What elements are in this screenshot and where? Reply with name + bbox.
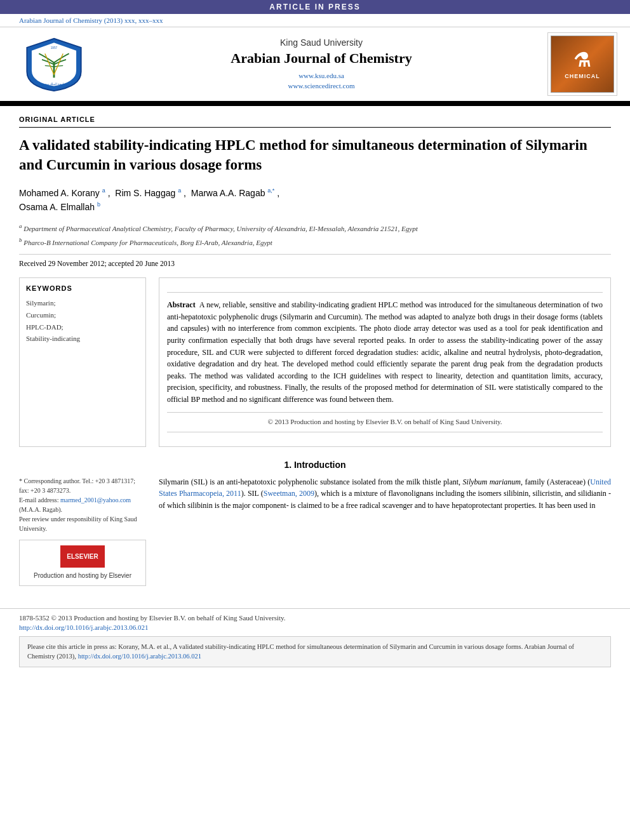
doi-line[interactable]: http://dx.doi.org/10.1016/j.arabjc.2013.…: [19, 623, 611, 631]
article-type: ORIGINAL ARTICLE: [19, 116, 611, 128]
author-1-sup: a: [102, 187, 105, 194]
bottom-bar: 1878-5352 © 2013 Production and hosting …: [0, 608, 630, 636]
chemical-label: CHEMICAL: [565, 73, 600, 79]
intro-two-col: * Corresponding author. Tel.: +20 3 4871…: [19, 476, 611, 586]
journal-title: Arabian Journal of Chemistry: [95, 50, 547, 67]
elsevier-text: Production and hosting by Elsevier: [34, 571, 131, 580]
abstract-label: Abstract: [167, 300, 196, 309]
abstract-bottom-rule: [167, 432, 603, 432]
keyword-1: Silymarin;: [26, 297, 139, 309]
author-4: Osama A. Elmallah: [19, 202, 95, 212]
intro-text: Silymarin (SIL) is an anti-hepatotoxic p…: [159, 476, 611, 512]
author-4-sup: b: [97, 202, 100, 208]
keyword-4: Stability-indicating: [26, 333, 139, 345]
elsevier-box: ELSEVIER Production and hosting by Elsev…: [19, 540, 146, 586]
abstract-box: Abstract A new, reliable, sensitive and …: [159, 277, 611, 446]
journal-header: جامعة الملك سعود 1957 King Saud Universi…: [0, 27, 630, 103]
journal-citation: Arabian Journal of Chemistry (2013) xxx,…: [0, 14, 630, 27]
received-dates: Received 29 November 2012; accepted 20 J…: [19, 254, 611, 267]
abstract-content: Abstract A new, reliable, sensitive and …: [167, 299, 603, 405]
introduction-section: 1. Introduction * Corresponding author. …: [19, 460, 611, 586]
chemical-icon: ⚗: [573, 49, 591, 71]
email-label: E-mail address:: [19, 497, 58, 503]
citation-doi-link[interactable]: http://dx.doi.org/10.1016/j.arabjc.2013.…: [78, 653, 201, 660]
url2: www.sciencedirect.com: [95, 81, 547, 91]
journal-urls: www.ksu.edu.sa www.sciencedirect.com: [95, 70, 547, 91]
email-person: (M.A.A. Ragab).: [19, 506, 62, 513]
author-3: Marwa A.A. Ragab: [191, 188, 265, 198]
footnotes-area: * Corresponding author. Tel.: +20 3 4871…: [19, 476, 146, 586]
corresponding-author: * Corresponding author. Tel.: +20 3 4871…: [19, 476, 146, 533]
author-2-sup: a: [178, 187, 181, 194]
url1: www.ksu.edu.sa: [95, 70, 547, 81]
affiliations: a Department of Pharmaceutical Analytica…: [19, 222, 611, 248]
affiliation-b: b Pharco-B International Company for Pha…: [19, 236, 611, 248]
abstract-section: KEYWORDS Silymarin; Curcumin; HPLC-DAD; …: [19, 277, 611, 446]
intro-text-col: Silymarin (SIL) is an anti-hepatotoxic p…: [159, 476, 611, 586]
elsevier-logo: ELSEVIER: [60, 545, 105, 568]
abstract-text: A new, reliable, sensitive and stability…: [167, 300, 603, 404]
intro-heading: 1. Introduction: [19, 460, 611, 470]
ksu-logo: جامعة الملك سعود 1957: [13, 32, 95, 96]
chemical-logo: ⚗ CHEMICAL: [547, 32, 617, 96]
author-2: Rim S. Haggag: [115, 188, 175, 198]
issn-line: 1878-5352 © 2013 Production and hosting …: [19, 614, 611, 622]
affiliation-a: a Department of Pharmaceutical Analytica…: [19, 222, 611, 234]
species-name: Silybum marianum: [463, 477, 521, 486]
author-1: Mohamed A. Korany: [19, 188, 100, 198]
abstract-copyright: © 2013 Production and hosting by Elsevie…: [167, 412, 603, 425]
university-name: King Saud University: [95, 37, 547, 48]
keywords-box: KEYWORDS Silymarin; Curcumin; HPLC-DAD; …: [19, 277, 146, 446]
keyword-3: HPLC-DAD;: [26, 321, 139, 333]
keywords-list: Silymarin; Curcumin; HPLC-DAD; Stability…: [26, 297, 139, 345]
abstract-area: Abstract A new, reliable, sensitive and …: [159, 277, 611, 446]
main-content: ORIGINAL ARTICLE A validated stability-i…: [0, 106, 630, 596]
peer-review-note: Peer review under responsibility of King…: [19, 514, 146, 533]
email-link[interactable]: marmed_2001@yahoo.com: [60, 497, 131, 503]
article-title: A validated stability-indicating HPLC me…: [19, 135, 611, 175]
article-in-press-banner: ARTICLE IN PRESS: [0, 0, 630, 14]
keywords-heading: KEYWORDS: [26, 284, 139, 292]
svg-text:1957: 1957: [51, 46, 58, 50]
authors: Mohamed A. Korany a , Rim S. Haggag a , …: [19, 186, 611, 215]
keyword-2: Curcumin;: [26, 309, 139, 321]
abstract-top-rule: [167, 292, 603, 293]
ref-usp: United States Pharmacopeia, 2011: [159, 477, 611, 498]
author-3-sup: a,*: [267, 187, 274, 194]
ref-sweetman: Sweetman, 2009: [264, 489, 314, 498]
citation-notice: Please cite this article in press as: Ko…: [19, 636, 611, 668]
header-center: King Saud University Arabian Journal of …: [95, 37, 547, 91]
